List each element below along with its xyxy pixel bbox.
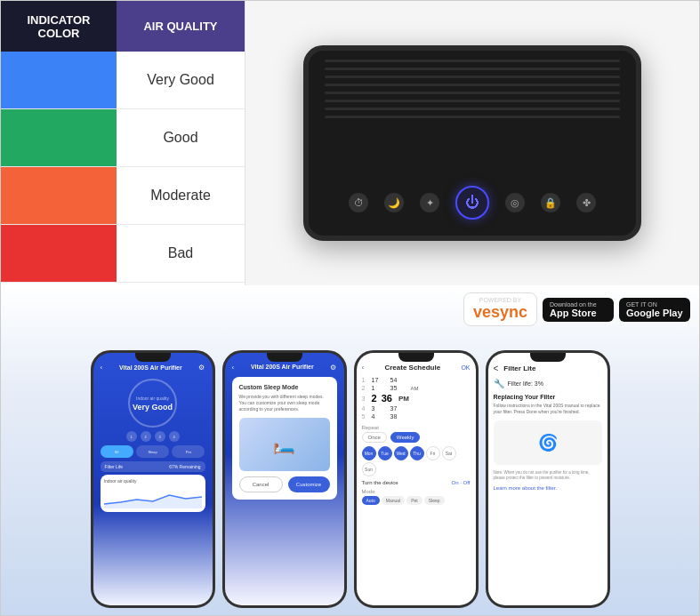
grille-line — [325, 108, 620, 110]
phone-notch — [135, 353, 171, 362]
day-sat[interactable]: Sat — [442, 446, 456, 460]
purifier-grille — [325, 60, 620, 148]
google-play-small-text: GET IT ON — [626, 301, 657, 308]
phones-row: ‹ Vital 200S Air Purifier ⚙ Indoor air q… — [1, 285, 699, 616]
powered-by-label: POWERED BY — [479, 297, 521, 303]
speed-icon: ◎ — [505, 193, 525, 212]
grille-line — [325, 92, 620, 94]
quality-label-good: Good — [117, 109, 245, 166]
phone-screen-4: < Filter Lite 🔧 Filter life: 3% Replacin… — [488, 353, 607, 605]
on-off-toggle[interactable]: On · Off — [452, 480, 471, 485]
once-button[interactable]: Once — [362, 432, 387, 443]
mode-label: Mode — [362, 489, 471, 494]
indicator-color-header: INDICATOR COLOR — [1, 1, 117, 52]
vesync-brand: vesync — [473, 303, 527, 322]
phone3-time-rows: 1 17 54 2 1 35 AM 3 2 — [362, 377, 471, 420]
phone1-btn-pet[interactable]: Pet — [172, 445, 205, 458]
grille-line — [325, 76, 620, 78]
replacing-filter-title: Replacing Your Filter — [494, 394, 602, 400]
quality-label-bad: Bad — [117, 225, 245, 282]
phone2-card-title: Custom Sleep Mode — [239, 384, 330, 390]
grille-line — [325, 116, 620, 118]
phone-sleep-mode: ‹ Vital 200S Air Purifier ⚙ Custom Sleep… — [222, 350, 347, 608]
phone2-title: Vital 200S Air Purifier — [251, 364, 314, 372]
phone1-dot: 2 — [141, 431, 151, 442]
quality-label-very-good: Very Good — [117, 52, 245, 108]
lock-icon: 🔒 — [541, 193, 560, 212]
phone1-chart-label: Indoor air quality — [104, 478, 202, 484]
phone2-card: Custom Sleep Mode We provide you with di… — [232, 377, 337, 500]
filter-icon: 🔧 — [494, 379, 504, 388]
phone4-title: Filter Lite — [503, 364, 535, 372]
phone2-header: ‹ Vital 200S Air Purifier ⚙ — [232, 364, 337, 372]
cancel-button[interactable]: Cancel — [239, 476, 283, 492]
time-row: 1 17 54 — [362, 377, 471, 383]
table-row: Very Good — [1, 52, 245, 109]
phone1-filter-label: Filter Life — [105, 464, 124, 469]
learn-more-link[interactable]: Learn more about the filter. — [494, 485, 602, 491]
turn-device-label: Turn the device — [362, 480, 398, 485]
customize-button[interactable]: Customize — [288, 476, 330, 492]
phone1-dot: 4 — [169, 431, 180, 442]
phone1-quality-circle: Indoor air quality Very Good — [128, 379, 177, 428]
phone-schedule: ‹ Create Schedule OK 1 17 54 2 1 — [354, 350, 479, 608]
mode-auto[interactable]: Auto — [362, 496, 380, 505]
mode-pet[interactable]: Pet — [406, 496, 422, 505]
phone1-bottom-card: Indoor air quality — [101, 475, 205, 512]
timer-icon: ⏱ — [349, 193, 368, 212]
product-image-area: ⏱ 🌙 ✦ ⏻ ◎ 🔒 ✤ — [245, 1, 699, 285]
color-indicator-orange — [1, 167, 117, 224]
day-sun[interactable]: Sun — [362, 462, 376, 476]
phone2-illustration: 🛏️ — [239, 418, 330, 471]
phone-notch — [267, 353, 302, 362]
day-mon[interactable]: Mon — [362, 446, 376, 460]
table-row: Good — [1, 109, 245, 167]
day-fri[interactable]: Fri — [426, 446, 440, 460]
weekly-button[interactable]: Weekly — [390, 432, 421, 443]
vesync-badges: POWERED BY vesync Download on the App St… — [463, 292, 690, 326]
phone3-title: Create Schedule — [384, 364, 440, 372]
grille-line — [325, 84, 620, 86]
phone4-bg: < Filter Lite 🔧 Filter life: 3% Replacin… — [488, 353, 607, 605]
product-purifier: ⏱ 🌙 ✦ ⏻ ◎ 🔒 ✤ — [303, 45, 641, 241]
mode-manual[interactable]: Manual — [382, 496, 405, 505]
ok-button[interactable]: OK — [461, 364, 470, 371]
phone1-btn-sleep[interactable]: Sleep — [136, 445, 169, 458]
app-store-small-text: Download on the — [550, 301, 597, 308]
google-play-badge[interactable]: GET IT ON Google Play — [619, 298, 690, 322]
day-thu[interactable]: Thu — [410, 446, 424, 460]
phone1-quality: Very Good — [133, 403, 173, 412]
indicator-table: INDICATOR COLOR AIR QUALITY Very Good Go… — [1, 1, 245, 285]
phone3-bg: ‹ Create Schedule OK 1 17 54 2 1 — [357, 353, 476, 605]
app-store-badge[interactable]: Download on the App Store — [543, 298, 614, 322]
phone1-dot: 1 — [126, 431, 137, 442]
frequency-buttons: Once Weekly — [362, 432, 471, 443]
filter-life-row: 🔧 Filter life: 3% — [494, 379, 602, 388]
purifier-controls: ⏱ 🌙 ✦ ⏻ ◎ 🔒 ✤ — [309, 186, 636, 220]
day-tue[interactable]: Tue — [378, 446, 392, 460]
phone1-bg: ‹ Vital 200S Air Purifier ⚙ Indoor air q… — [93, 353, 213, 605]
quality-label-moderate: Moderate — [117, 167, 245, 224]
mode-buttons: Auto Manual Pet Sleep — [362, 496, 471, 505]
color-indicator-red — [1, 225, 117, 282]
grille-line — [325, 68, 620, 70]
bottom-section: POWERED BY vesync Download on the App St… — [1, 285, 699, 616]
mode-sleep[interactable]: Sleep — [424, 496, 445, 505]
day-wed[interactable]: Wed — [394, 446, 408, 460]
turn-device-row: Turn the device On · Off — [362, 480, 471, 485]
phone2-bg: ‹ Vital 200S Air Purifier ⚙ Custom Sleep… — [225, 353, 344, 605]
back-button[interactable]: < — [494, 364, 499, 373]
table-row: Moderate — [1, 167, 245, 225]
time-row: 2 1 35 AM — [362, 385, 471, 391]
phone-screen-3: ‹ Create Schedule OK 1 17 54 2 1 — [357, 353, 476, 605]
time-row: 4 3 37 — [362, 405, 471, 412]
color-indicator-blue — [1, 52, 117, 108]
color-indicator-green — [1, 109, 117, 166]
phone-filter: < Filter Lite 🔧 Filter life: 3% Replacin… — [486, 350, 610, 608]
top-section: INDICATOR COLOR AIR QUALITY Very Good Go… — [1, 1, 699, 285]
fan-icon: ✦ — [420, 193, 439, 212]
phone1-title: Vital 200S Air Purifier — [119, 364, 182, 371]
phone1-btn-60[interactable]: 60 — [101, 445, 133, 458]
sleep-icon: 🌙 — [384, 193, 404, 212]
phone1-filter-pct: 67% Remaining — [169, 464, 200, 469]
